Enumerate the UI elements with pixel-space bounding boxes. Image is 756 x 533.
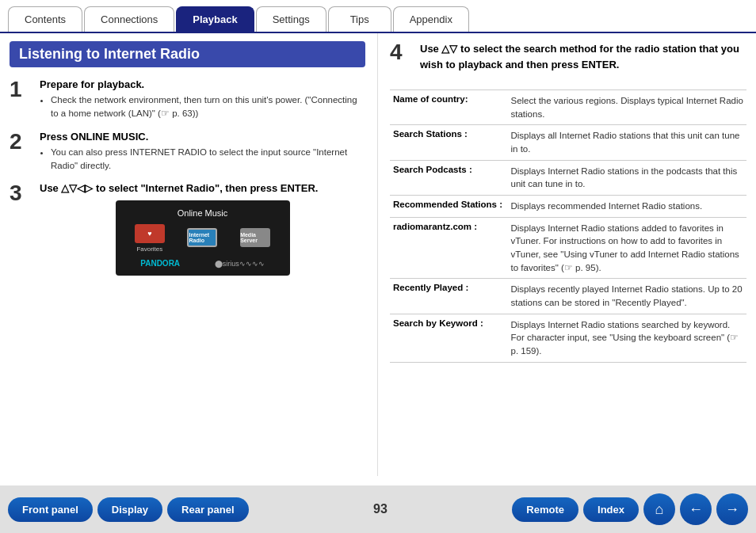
page-number: 93 [254,502,508,516]
screen-icon-favorites: ♥ Favorites [135,224,165,253]
front-panel-button[interactable]: Front panel [8,497,93,522]
step-3: 3 Use △▽◁▷ to select "Internet Radio", t… [10,182,365,276]
main-content: Listening to Internet Radio 1 Prepare fo… [0,32,756,476]
step-3-number: 3 [10,182,35,204]
internet-radio-icon: Internet Radio [187,228,217,247]
table-cell-desc: Displays Internet Radio stations searche… [508,314,747,362]
favorites-label: Favorites [136,246,162,253]
table-row: Recommended Stations :Displays recommend… [390,196,746,218]
index-button[interactable]: Index [583,497,639,522]
home-icon: ⌂ [655,501,664,518]
table-cell-desc: Displays recently played Internet Radio … [508,279,747,314]
step-3-title: Use △▽◁▷ to select "Internet Radio", the… [40,182,365,194]
table-row: Search Podcasts :Displays Internet Radio… [390,160,746,195]
tab-connections[interactable]: Connections [84,6,174,32]
step-2: 2 Press ONLINE MUSIC. You can also press… [10,131,365,173]
step-2-number: 2 [10,131,35,153]
left-column: Listening to Internet Radio 1 Prepare fo… [0,33,378,476]
table-row: Recently Played :Displays recently playe… [390,279,746,314]
step-1-body: Check the network environment, then turn… [40,93,365,121]
forward-button[interactable]: → [716,493,748,525]
screen-mockup: Online Music ♥ Favorites Internet Radio … [116,200,290,276]
remote-button[interactable]: Remote [512,497,578,522]
screen-icon-media-server: Media Server [240,228,270,249]
step4-title: Use △▽ to select the search method for t… [420,41,746,72]
table-cell-desc: Displays all Internet Radio stations tha… [508,125,747,160]
table-cell-desc: Displays Internet Radio stations in the … [508,160,747,195]
page-title: Listening to Internet Radio [10,41,365,67]
step4-number: 4 [390,41,415,63]
screen-icon-internet-radio: Internet Radio [187,228,217,249]
forward-icon: → [725,501,739,518]
tab-tips[interactable]: Tips [328,6,391,32]
table-row: Search by Keyword :Displays Internet Rad… [390,314,746,362]
step-2-content: Press ONLINE MUSIC. You can also press I… [40,131,365,173]
step-1: 1 Prepare for playback. Check the networ… [10,78,365,121]
table-cell-label: Search Stations : [390,125,508,160]
screen-bottom: PANDORA ⬤sirius∿∿∿∿ [124,259,282,268]
step-1-number: 1 [10,78,35,101]
step-1-bullet: Check the network environment, then turn… [51,93,365,121]
step-1-content: Prepare for playback. Check the network … [40,78,365,121]
screen-title: Online Music [124,208,282,218]
step-1-title: Prepare for playback. [40,78,365,90]
table-row: radiomarantz.com :Displays Internet Radi… [390,217,746,279]
table-cell-desc: Displays Internet Radio stations added t… [508,217,747,279]
table-cell-label: Search Podcasts : [390,160,508,195]
step-2-body: You can also press INTERNET RADIO to sel… [40,146,365,173]
table-cell-label: Search by Keyword : [390,314,508,362]
table-cell-desc: Select the various regions. Displays typ… [508,90,747,125]
table-row: Name of country:Select the various regio… [390,90,746,125]
info-table: Name of country:Select the various regio… [390,89,746,363]
tab-playback[interactable]: Playback [176,6,254,32]
rear-panel-button[interactable]: Rear panel [167,497,248,522]
table-cell-desc: Displays recommended Internet Radio stat… [508,196,747,218]
step-2-bullet: You can also press INTERNET RADIO to sel… [51,146,365,173]
back-button[interactable]: ← [680,493,712,525]
table-cell-label: radiomarantz.com : [390,217,508,279]
tab-contents[interactable]: Contents [8,6,82,32]
tab-settings[interactable]: Settings [256,6,326,32]
right-column: 4 Use △▽ to select the search method for… [378,33,756,476]
sirius-text: ⬤sirius∿∿∿∿ [215,260,265,268]
tab-appendix[interactable]: Appendix [393,6,469,32]
media-server-icon: Media Server [240,228,270,247]
screen-icons: ♥ Favorites Internet Radio Media Server [124,224,282,253]
top-tabs: Contents Connections Playback Settings T… [0,0,756,32]
table-cell-label: Name of country: [390,90,508,125]
bottom-nav: Front panel Display Rear panel 93 Remote… [0,485,756,533]
step-3-content: Use △▽◁▷ to select "Internet Radio", the… [40,182,365,276]
step-2-title: Press ONLINE MUSIC. [40,131,365,143]
step4-header: 4 Use △▽ to select the search method for… [390,41,746,82]
table-row: Search Stations :Displays all Internet R… [390,125,746,160]
display-button[interactable]: Display [97,497,162,522]
table-cell-label: Recommended Stations : [390,196,508,218]
back-icon: ← [689,501,703,518]
pandora-text: PANDORA [140,259,180,268]
home-button[interactable]: ⌂ [643,493,675,525]
favorites-icon: ♥ [135,224,165,243]
table-cell-label: Recently Played : [390,279,508,314]
